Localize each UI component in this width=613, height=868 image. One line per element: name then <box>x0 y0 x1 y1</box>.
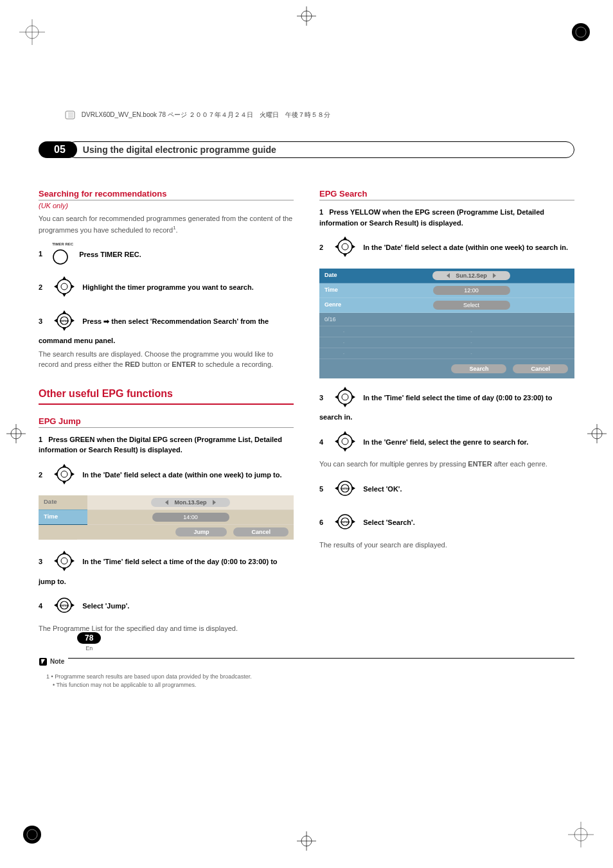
svg-point-49 <box>61 558 67 564</box>
chapter-number: 05 <box>39 141 77 158</box>
jump-time-field: 14:00 <box>87 510 294 525</box>
jump-date-label: Date <box>39 495 87 510</box>
svg-marker-53 <box>71 559 75 563</box>
svg-marker-45 <box>71 472 75 476</box>
svg-point-48 <box>57 554 71 568</box>
svg-marker-65 <box>447 273 450 278</box>
search-time-label: Time <box>319 283 368 297</box>
intro-text: You can search for recommended programme… <box>39 213 294 235</box>
svg-marker-72 <box>352 395 355 399</box>
svg-point-41 <box>61 471 67 477</box>
arrow-right-icon <box>211 499 217 506</box>
svg-point-68 <box>342 394 348 400</box>
dpad-enter-icon: ENTER <box>52 308 76 333</box>
svg-marker-69 <box>343 387 347 390</box>
footnote-1: 1 • Programme search results are based u… <box>39 673 574 682</box>
svg-marker-82 <box>335 486 338 490</box>
svg-marker-30 <box>62 294 66 297</box>
search-date-field: Sun.12.Sep <box>432 271 510 280</box>
search-genre-field: Select <box>433 301 510 310</box>
jump-time-label: Time <box>39 510 87 525</box>
dpad-icon <box>52 274 76 299</box>
search-button: Search <box>451 364 506 373</box>
svg-marker-76 <box>343 448 347 452</box>
step-3-desc: The search results are displayed. Choose… <box>39 349 294 370</box>
page-number: 78 <box>77 632 101 644</box>
svg-marker-36 <box>62 310 66 314</box>
svg-marker-50 <box>62 551 66 554</box>
search-step-1: 1 Press YELLOW when the EPG screen (Prog… <box>319 207 574 228</box>
step-1: 1 TIMER REC Press TIMER REC. <box>39 242 294 269</box>
svg-marker-63 <box>335 245 338 249</box>
search-count: 0/16 <box>319 313 368 326</box>
svg-marker-77 <box>335 439 338 443</box>
page-lang: En <box>77 645 101 651</box>
svg-marker-29 <box>62 276 66 279</box>
right-arrow-icon: ➡ <box>103 317 109 325</box>
jump-step-1: 1 Press GREEN when the Digital EPG scree… <box>39 434 294 456</box>
search-step-4-desc: You can search for multiple genres by pr… <box>319 459 574 470</box>
svg-marker-87 <box>335 520 338 524</box>
chapter-title: Using the digital electronic programme g… <box>67 141 574 158</box>
svg-text:ENTER: ENTER <box>60 604 69 607</box>
step-3: 3 ENTER Press ➡ then select 'Recommendat… <box>39 308 294 346</box>
svg-marker-75 <box>343 431 347 434</box>
svg-marker-66 <box>493 273 496 278</box>
svg-marker-83 <box>352 486 355 490</box>
uk-only-label: (UK only) <box>39 202 294 209</box>
svg-marker-51 <box>62 568 66 571</box>
cancel-button: Cancel <box>513 364 568 373</box>
jump-step-4: 4 ENTER Select 'Jump'. <box>39 593 294 621</box>
svg-marker-57 <box>54 603 57 607</box>
search-step-4: 4 In the 'Genre' field, select the genre… <box>319 429 574 457</box>
dpad-icon <box>333 235 357 259</box>
arrow-left-icon <box>445 272 452 279</box>
svg-point-40 <box>57 467 71 481</box>
footnote-2: • This function may not be applicable to… <box>39 681 574 690</box>
svg-point-73 <box>338 434 352 448</box>
svg-marker-37 <box>62 328 66 331</box>
svg-marker-42 <box>62 464 66 467</box>
svg-marker-88 <box>352 520 355 524</box>
epg-search-heading: EPG Search <box>319 189 574 199</box>
search-step-6-desc: The results of your search are displayed… <box>319 540 574 551</box>
svg-marker-71 <box>335 395 338 399</box>
search-table: Date Sun.12.Sep Time 12:00 Genre <box>319 269 574 378</box>
search-genre-label: Genre <box>319 298 368 312</box>
dpad-icon <box>52 549 76 573</box>
svg-text:ENTER: ENTER <box>341 487 350 490</box>
svg-marker-52 <box>54 559 57 563</box>
svg-point-74 <box>342 438 348 445</box>
page-number-badge: 78 En <box>77 632 101 651</box>
enter-button-icon: ENTER <box>333 476 357 500</box>
svg-point-27 <box>57 279 71 294</box>
svg-marker-70 <box>343 404 347 407</box>
svg-marker-38 <box>54 319 57 323</box>
svg-point-60 <box>342 244 348 250</box>
svg-marker-64 <box>352 245 355 249</box>
svg-point-28 <box>61 283 67 290</box>
dpad-icon <box>333 429 357 454</box>
jump-table: Date Mon.13.Sep Time 14:00 <box>39 495 294 540</box>
search-step-2: 2 In the 'Date' field select a date (wit… <box>319 235 574 262</box>
note-label: Note <box>39 657 68 666</box>
other-functions-heading: Other useful EPG functions <box>39 388 294 400</box>
svg-text:ENTER: ENTER <box>60 319 69 323</box>
dpad-icon <box>52 462 76 486</box>
svg-point-59 <box>338 240 352 254</box>
timer-rec-button-icon <box>52 249 69 265</box>
step-2: 2 Highlight the timer programme you want… <box>39 274 294 302</box>
dpad-icon <box>333 385 357 409</box>
note-icon <box>39 657 48 666</box>
cancel-button: Cancel <box>233 527 289 536</box>
jump-step-3: 3 In the 'Time' field select a time of t… <box>39 549 294 587</box>
search-time-field: 12:00 <box>433 286 510 295</box>
svg-marker-62 <box>343 254 347 257</box>
svg-marker-44 <box>54 472 57 476</box>
svg-marker-61 <box>343 236 347 240</box>
svg-marker-39 <box>71 319 75 323</box>
search-date-label: Date <box>319 269 368 283</box>
svg-text:ENTER: ENTER <box>341 520 350 524</box>
chapter-bar: 05 Using the digital electronic programm… <box>39 141 574 158</box>
arrow-left-icon <box>164 499 170 506</box>
